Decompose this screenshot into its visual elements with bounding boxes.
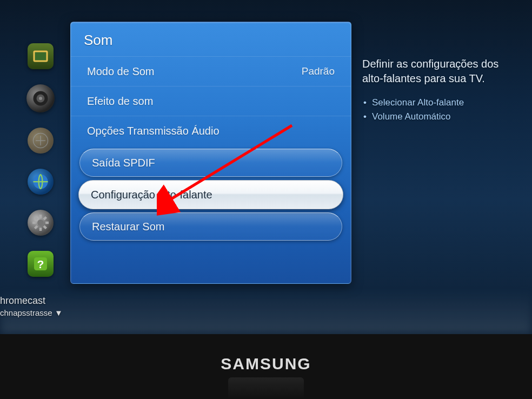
sound-settings-panel: Som Modo de Som Padrão Efeito de som Opç…: [70, 22, 351, 284]
svg-line-15: [44, 217, 46, 220]
help-bullet: Selecionar Alto-falante: [362, 96, 519, 110]
help-title: Definir as configurações dos alto-falant…: [362, 57, 519, 86]
help-panel: Definir as configurações dos alto-falant…: [362, 57, 519, 124]
svg-point-7: [37, 220, 44, 226]
speaker-icon[interactable]: [26, 84, 55, 112]
menu-item-restore-sound[interactable]: Restaurar Som: [79, 212, 342, 241]
menu-item-audio-broadcast[interactable]: Opções Transmissão Áudio: [71, 116, 351, 145]
menu-label: Opções Transmissão Áudio: [87, 125, 220, 137]
menu-item-sound-mode[interactable]: Modo de Som Padrão: [71, 56, 351, 86]
network-icon[interactable]: [28, 169, 54, 195]
settings-gear-icon[interactable]: [28, 210, 54, 236]
menu-item-spdif[interactable]: Saída SPDIF: [79, 149, 342, 177]
source-label: hromecast chnapsstrasse ▼: [0, 295, 63, 318]
tv-stand: [228, 377, 304, 399]
panel-title: Som: [71, 29, 351, 56]
support-icon[interactable]: ?: [28, 251, 54, 277]
menu-label: Saída SPDIF: [92, 157, 155, 169]
svg-rect-1: [35, 52, 46, 61]
svg-point-4: [39, 97, 42, 100]
svg-line-12: [35, 217, 38, 220]
menu-item-speaker-config[interactable]: Configuração Alto-falante: [78, 180, 343, 209]
menu-label: Configuração Alto-falante: [91, 189, 212, 201]
tv-brand-logo: SAMSUNG: [221, 355, 311, 373]
picture-icon[interactable]: [28, 43, 54, 69]
menu-label: Restaurar Som: [92, 221, 165, 233]
svg-line-13: [44, 226, 46, 229]
menu-label: Efeito de som: [87, 95, 153, 108]
channel-icon[interactable]: [28, 128, 54, 154]
svg-line-14: [35, 226, 38, 229]
help-bullets: Selecionar Alto-falante Volume Automátic…: [362, 96, 519, 124]
help-bullet: Volume Automático: [362, 110, 519, 124]
source-line2: chnapsstrasse ▼: [0, 308, 63, 318]
source-line1: hromecast: [0, 295, 63, 307]
menu-value: Padrão: [302, 65, 335, 77]
menu-label: Modo de Som: [87, 65, 155, 78]
svg-text:?: ?: [37, 258, 44, 270]
category-rail: ?: [24, 43, 57, 277]
menu-item-sound-effect[interactable]: Efeito de som: [71, 86, 351, 116]
